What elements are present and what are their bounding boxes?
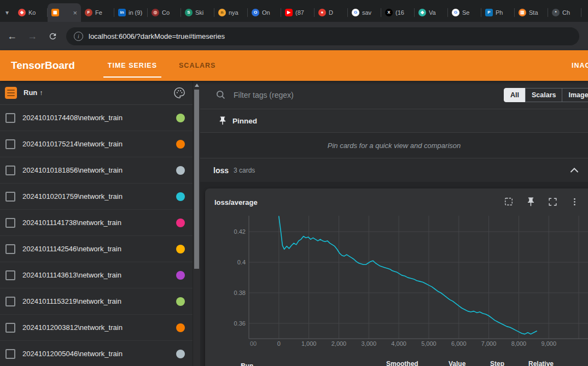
sidebar-scrollbar[interactable] xyxy=(193,81,200,366)
site-info-icon[interactable]: i xyxy=(74,32,83,41)
card-toolbar xyxy=(502,195,581,208)
run-color-dot[interactable] xyxy=(176,271,185,280)
browser-tab[interactable]: X(16 xyxy=(381,3,415,22)
browser-tab[interactable]: nnya xyxy=(214,3,248,22)
section-card-count: 3 cards xyxy=(234,167,255,174)
value-column-header[interactable]: Value xyxy=(449,360,465,366)
tab-title: Ski xyxy=(195,9,211,16)
loss-average-chart[interactable]: 01,0002,0003,0004,0005,0006,0007,0008,00… xyxy=(230,213,588,350)
run-color-dot[interactable] xyxy=(176,219,185,227)
run-checkbox[interactable] xyxy=(5,349,15,359)
browser-tab[interactable]: SSki xyxy=(181,3,214,22)
run-checkbox[interactable] xyxy=(5,218,15,228)
run-color-dot[interactable] xyxy=(176,114,185,122)
browser-tab[interactable]: ●D xyxy=(315,3,348,22)
collapse-section-button[interactable] xyxy=(568,164,581,177)
run-list-item[interactable]: 20241012005046\network_train xyxy=(0,341,193,366)
run-list-item[interactable]: 20241010201759\network_train xyxy=(0,184,193,210)
tag-filter-input[interactable] xyxy=(232,90,443,100)
site-icon-darkred: F xyxy=(85,9,92,16)
run-checkbox[interactable] xyxy=(5,244,15,254)
browser-tab[interactable]: inin (9) xyxy=(114,3,148,22)
kebab-menu-icon xyxy=(569,197,580,207)
card-more-menu-button[interactable] xyxy=(568,195,581,208)
reload-button[interactable] xyxy=(44,28,61,44)
browser-tab[interactable]: ◆Va xyxy=(415,3,448,22)
run-list-item[interactable]: 20241011142546\network_train xyxy=(0,236,193,262)
run-color-dot[interactable] xyxy=(176,350,185,358)
tensorboard-tab-bar: TIME SERIESSCALARS xyxy=(97,50,227,81)
run-checkbox[interactable] xyxy=(5,166,15,175)
pin-icon xyxy=(526,197,536,207)
scroll-up-arrow-icon[interactable] xyxy=(195,84,199,87)
browser-tab[interactable]: ▶(87 xyxy=(281,3,315,22)
browser-tab[interactable]: GSe xyxy=(448,3,481,22)
fullscreen-button[interactable] xyxy=(546,195,559,208)
run-color-dot[interactable] xyxy=(176,166,185,175)
run-color-dot[interactable] xyxy=(176,192,185,201)
run-checkbox[interactable] xyxy=(5,297,15,306)
browser-tab[interactable]: ◈Ko xyxy=(14,3,48,22)
x-tick-label: 1,000 xyxy=(301,340,317,347)
run-list-item[interactable]: 20241010174408\network_train xyxy=(0,105,193,131)
x-tick-label: 4,000 xyxy=(391,340,406,347)
browser-tab[interactable]: PPh xyxy=(481,3,515,22)
x-tick-label: 6,000 xyxy=(451,340,467,347)
run-column-header[interactable]: Run xyxy=(24,88,37,97)
chevron-up-icon xyxy=(568,164,581,177)
run-checkbox[interactable] xyxy=(5,323,15,333)
run-color-dot[interactable] xyxy=(176,140,185,149)
back-arrow-icon: ← xyxy=(7,31,17,42)
run-list-item[interactable]: 20241010175214\network_train xyxy=(0,131,193,157)
run-list-item[interactable]: 20241011153219\network_train xyxy=(0,288,193,315)
inactive-runs-menu[interactable]: INACTIVE xyxy=(572,50,588,81)
run-list-item[interactable]: 20241010181856\network_train xyxy=(0,157,193,184)
color-palette-icon[interactable] xyxy=(173,87,185,99)
smoothed-column-header[interactable]: Smoothed xyxy=(386,360,418,366)
photopea-icon: P xyxy=(485,9,493,16)
tab-title: (16 xyxy=(395,9,411,16)
run-checkbox[interactable] xyxy=(5,192,15,202)
tensorboard-logo[interactable]: TensorBoard xyxy=(11,60,75,72)
sort-arrow-icon: ↑ xyxy=(39,89,43,97)
run-color-dot[interactable] xyxy=(176,323,185,332)
filter-images-button[interactable]: Images xyxy=(562,88,588,102)
back-button[interactable]: ← xyxy=(4,28,20,44)
run-color-dot[interactable] xyxy=(176,245,185,253)
fit-to-data-button[interactable] xyxy=(502,195,515,208)
browser-tab[interactable]: FFe xyxy=(81,3,114,22)
tab-title: in (9) xyxy=(129,9,144,16)
runs-menu-icon[interactable] xyxy=(5,87,17,99)
run-list-item[interactable]: 20241011143613\network_train xyxy=(0,262,193,288)
browser-tabstrip: ▾ ◈Ko▦×FFeinin (9)◎CoSSkinnyaOOn▶(87●DGs… xyxy=(0,0,588,22)
run-checkbox[interactable] xyxy=(5,270,15,280)
filter-all-button[interactable]: All xyxy=(504,88,526,102)
relative-column-header[interactable]: Relative xyxy=(528,360,554,366)
forward-button[interactable]: → xyxy=(24,28,40,44)
tensorboard-tab-time-series[interactable]: TIME SERIES xyxy=(97,50,168,81)
step-column-header[interactable]: Step xyxy=(490,360,504,366)
loss-section-header[interactable]: loss 3 cards xyxy=(200,158,588,182)
browser-tab[interactable]: Gsav xyxy=(348,3,381,22)
site-icon-maroon: ◎ xyxy=(152,9,159,16)
run-list-item[interactable]: 20241011141738\network_train xyxy=(0,210,193,236)
tab-title: Sta xyxy=(529,9,544,16)
filter-scalars-button[interactable]: Scalars xyxy=(525,88,562,102)
browser-tab[interactable]: *Ch xyxy=(548,3,581,22)
tab-search-button[interactable]: ▾ xyxy=(0,3,14,22)
x-tick-label: 2,000 xyxy=(331,340,347,347)
run-list-item[interactable]: 20241012003812\network_train xyxy=(0,315,193,341)
pinned-empty-message: Pin cards for a quick view and compariso… xyxy=(328,141,461,150)
tensorboard-tab-scalars[interactable]: SCALARS xyxy=(168,50,226,81)
pin-card-button[interactable] xyxy=(524,195,537,208)
address-bar[interactable]: i localhost:6006/?darkMode=true#timeseri… xyxy=(66,27,579,45)
run-checkbox[interactable] xyxy=(5,113,15,123)
browser-tab[interactable]: OOn xyxy=(248,3,281,22)
scrollbar-thumb[interactable] xyxy=(194,90,199,269)
browser-tab[interactable]: ▥Sta xyxy=(515,3,548,22)
browser-tab[interactable]: ◎Co xyxy=(148,3,181,22)
run-color-dot[interactable] xyxy=(176,297,185,306)
tab-close-icon[interactable]: × xyxy=(73,9,77,16)
run-checkbox[interactable] xyxy=(5,139,15,149)
browser-tab[interactable]: ▦× xyxy=(48,3,81,22)
